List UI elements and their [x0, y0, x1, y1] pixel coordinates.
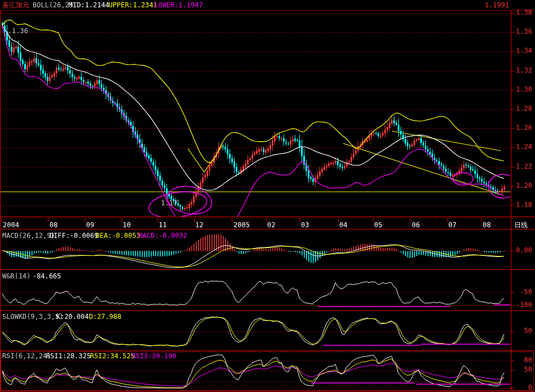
- date-axis-label: 08: [50, 222, 57, 229]
- date-axis-label: 10: [123, 222, 131, 229]
- date-axis-label: 12: [195, 222, 203, 229]
- app-window: 美汇加元 BOLL(26,2) MID:1.2144 UPPER:1.2341 …: [0, 0, 535, 392]
- macd-dea-value: DEA:-0.0053: [96, 232, 140, 240]
- kd-k-value: K:20.004: [56, 313, 89, 321]
- price-axis-label: 1.20: [511, 182, 532, 190]
- date-axis-label: 06: [412, 222, 420, 229]
- rsi-level-label: 50: [511, 366, 532, 373]
- boll-lower-value: LOWER:1.1947: [154, 2, 203, 9]
- date-axis-label: 03: [301, 222, 309, 229]
- date-axis-label: 11: [159, 222, 167, 229]
- price-axis-label: 1.34: [511, 47, 532, 55]
- date-axis-label: 2005: [233, 222, 250, 229]
- date-axis-label: 09: [86, 222, 94, 229]
- boll-upper-value: UPPER:1.2341: [109, 2, 158, 9]
- macd-level-label: 0.00: [511, 247, 532, 254]
- wr-level-label: -50: [511, 289, 532, 296]
- price-axis-label: 1.38: [511, 9, 532, 16]
- macd-title: MACD(26,12,9): [2, 232, 55, 240]
- price-axis-label: 1.26: [511, 124, 532, 132]
- high-price-annotation: 1.36: [12, 28, 28, 35]
- rsi3-value: RSI3:39.190: [132, 353, 176, 360]
- price-axis-label: 1.32: [511, 67, 532, 74]
- period-label[interactable]: 日线: [514, 222, 528, 229]
- macd-diff-value: DIFF:-0.0069: [50, 232, 98, 240]
- kd-title: SLOWKD(9,3,3,5): [2, 313, 63, 321]
- rsi-title: RSI(6,12,24): [2, 353, 51, 360]
- price-axis-label: 1.36: [511, 28, 532, 35]
- wr-level-label: -100: [511, 301, 532, 309]
- macd-hist-value: MACD:-0.0032: [138, 232, 187, 240]
- rsi-level-label: 0: [511, 384, 532, 391]
- indicator-name: BOLL(26,2): [33, 2, 73, 9]
- boll-mid-value: MID:1.2144: [69, 2, 109, 9]
- kd-level-label: 50: [511, 327, 532, 335]
- last-price: 1.1991: [475, 2, 509, 9]
- kd-d-value: D:27.988: [89, 313, 122, 321]
- date-axis-label: 05: [374, 222, 382, 229]
- main-chart-panel[interactable]: [0, 11, 511, 217]
- wr-value: -84.665: [33, 273, 61, 280]
- price-axis-label: 1.22: [511, 163, 532, 170]
- wr-title: W&R(14): [2, 273, 31, 280]
- symbol-title: 美汇加元: [2, 2, 29, 9]
- wr-panel[interactable]: [0, 270, 511, 311]
- rsi-level-label: 80: [511, 357, 532, 364]
- date-axis-label: 04: [339, 222, 347, 229]
- price-axis-label: 1.18: [511, 201, 532, 209]
- rsi1-value: RSI1:28.325: [46, 353, 91, 360]
- price-axis-label: 1.30: [511, 86, 532, 93]
- low-price-annotation: 1.17: [161, 200, 177, 207]
- date-axis-label: 2004: [3, 222, 19, 229]
- price-axis-label: 1.24: [511, 143, 532, 151]
- date-axis-label: 08: [483, 222, 491, 229]
- rsi2-value: RSI2:34.525: [90, 353, 134, 360]
- x-axis-strip[interactable]: [0, 217, 511, 229]
- price-axis-label: 1.28: [511, 105, 532, 112]
- date-axis-label: 07: [448, 222, 456, 229]
- date-axis-label: 02: [267, 222, 275, 229]
